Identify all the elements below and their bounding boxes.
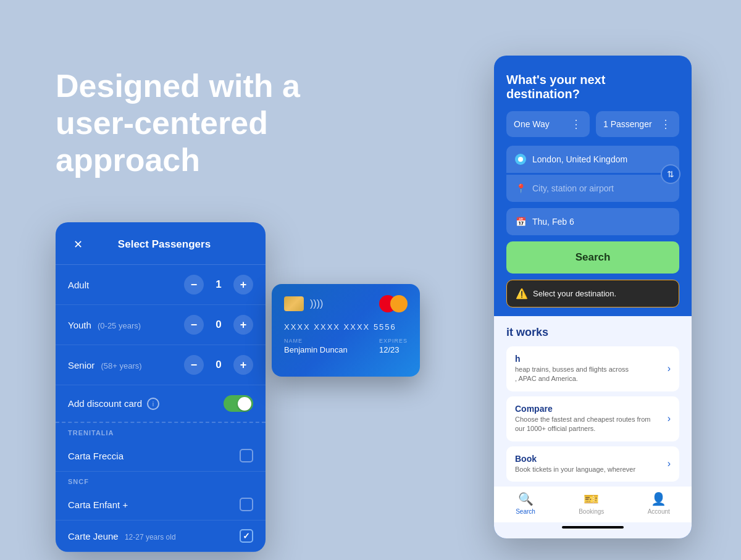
account-nav-icon: 👤 — [651, 491, 666, 506]
how-item-search-desc: heap trains, busses and flights across, … — [515, 365, 660, 384]
youth-decrement-button[interactable]: − — [184, 315, 204, 335]
passengers-header: ✕ Select Passengers — [56, 222, 266, 265]
senior-increment-button[interactable]: + — [233, 355, 253, 375]
close-button[interactable]: ✕ — [68, 235, 88, 254]
card-chip-icon — [284, 296, 304, 311]
origin-dest-wrapper: London, United Kingdom ⇅ 📍 City, station… — [506, 146, 679, 202]
how-item-compare-title: Compare — [515, 404, 660, 414]
card-holder-section: NAME Benjamin Duncan — [284, 338, 348, 354]
card-number: XXXX XXXX XXXX 5556 — [284, 322, 408, 332]
calendar-icon: 📅 — [515, 216, 526, 227]
credit-card: )))) XXXX XXXX XXXX 5556 NAME Benjamin D… — [272, 284, 420, 377]
destination-icon: 📍 — [515, 183, 526, 194]
how-item-search-title: h — [515, 354, 660, 364]
carta-freccia-row[interactable]: Carta Freccia — [56, 440, 266, 472]
trip-type-button[interactable]: One Way ⋮ — [506, 111, 590, 137]
how-item-compare[interactable]: Compare Choose the fastest and cheapest … — [506, 396, 679, 441]
adult-decrement-button[interactable]: − — [184, 275, 204, 295]
swap-button[interactable]: ⇅ — [661, 164, 680, 184]
nav-account[interactable]: 👤 Account — [648, 491, 670, 515]
how-item-search[interactable]: h heap trains, busses and flights across… — [506, 346, 679, 391]
adult-label: Adult — [68, 280, 184, 290]
senior-counter: − 0 + — [184, 355, 253, 375]
bookings-nav-icon: 🎫 — [584, 491, 599, 506]
how-item-book-title: Book — [515, 454, 660, 464]
card-contactless-icon: )))) — [310, 298, 323, 309]
mastercard-orange-circle — [390, 295, 408, 312]
passengers-menu-icon: ⋮ — [660, 117, 672, 131]
carta-freccia-label: Carta Freccia — [68, 451, 240, 461]
youth-count: 0 — [212, 319, 225, 331]
discount-info-icon[interactable]: i — [147, 398, 159, 410]
hero-section: Designed with a user-centered approach — [56, 68, 340, 178]
carte-jeune-row[interactable]: Carte Jeune 12-27 years old — [56, 520, 266, 552]
senior-label: Senior (58+ years) — [68, 360, 184, 370]
search-nav-icon: 🔍 — [518, 491, 534, 506]
warning-icon: ⚠️ — [516, 288, 528, 299]
passengers-screen-title: Select Passengers — [95, 238, 233, 251]
svg-point-0 — [518, 157, 523, 162]
warning-bar: ⚠️ Select your destination. — [506, 280, 679, 307]
sncf-section-label: SNCF — [56, 472, 266, 489]
trip-options-row: One Way ⋮ 1 Passenger ⋮ — [506, 111, 679, 137]
how-item-arrow-1: › — [668, 363, 671, 374]
passengers-button[interactable]: 1 Passenger ⋮ — [596, 111, 679, 137]
card-name-label: NAME — [284, 338, 348, 344]
search-phone-mockup: What's your next destination? One Way ⋮ … — [494, 56, 692, 538]
youth-increment-button[interactable]: + — [233, 315, 253, 335]
how-item-book[interactable]: Book Book tickets in your language, wher… — [506, 446, 679, 482]
card-bottom: NAME Benjamin Duncan EXPIRES 12/23 — [284, 338, 408, 354]
nav-bookings[interactable]: 🎫 Bookings — [579, 491, 604, 515]
origin-icon — [515, 154, 526, 165]
youth-label: Youth (0-25 years) — [68, 320, 184, 330]
how-it-works-section: it works h heap trains, busses and fligh… — [494, 316, 692, 538]
carta-enfant-checkbox[interactable] — [240, 498, 253, 511]
senior-count: 0 — [212, 359, 225, 371]
discount-label: Add discount card i — [68, 398, 224, 410]
card-top: )))) — [284, 295, 408, 312]
youth-counter: − 0 + — [184, 315, 253, 335]
nav-search[interactable]: 🔍 Search — [516, 491, 535, 515]
adult-counter: − 1 + — [184, 275, 253, 295]
card-name-value: Benjamin Duncan — [284, 345, 348, 354]
home-indicator — [562, 526, 624, 529]
discount-card-row: Add discount card i — [56, 385, 266, 423]
hero-headline: Designed with a user-centered approach — [56, 68, 340, 178]
origin-input[interactable]: London, United Kingdom — [506, 146, 679, 173]
search-button[interactable]: Search — [506, 241, 679, 274]
how-item-arrow-3: › — [668, 458, 671, 469]
how-item-compare-desc: Choose the fastest and cheapest routes f… — [515, 415, 660, 434]
how-item-arrow-2: › — [668, 413, 671, 424]
search-screen-title: What's your next destination? — [506, 73, 679, 101]
destination-input[interactable]: 📍 City, station or airport — [506, 175, 679, 202]
senior-passenger-row: Senior (58+ years) − 0 + — [56, 345, 266, 385]
card-expiry-section: EXPIRES 12/23 — [379, 338, 408, 354]
carta-enfant-row[interactable]: Carta Enfant + — [56, 489, 266, 520]
date-input[interactable]: 📅 Thu, Feb 6 — [506, 208, 679, 235]
youth-passenger-row: Youth (0-25 years) − 0 + — [56, 305, 266, 345]
senior-decrement-button[interactable]: − — [184, 355, 204, 375]
adult-passenger-row: Adult − 1 + — [56, 265, 266, 305]
passengers-phone-mockup: ✕ Select Passengers Adult − 1 + Youth (0… — [56, 222, 266, 552]
card-expiry-value: 12/23 — [379, 345, 408, 354]
carte-jeune-checkbox[interactable] — [240, 529, 253, 543]
carta-enfant-label: Carta Enfant + — [68, 499, 240, 510]
discount-toggle[interactable] — [224, 395, 253, 412]
trip-type-menu-icon: ⋮ — [571, 117, 582, 131]
carta-freccia-checkbox[interactable] — [240, 449, 253, 462]
trenitalia-section-label: TRENITALIA — [56, 423, 266, 440]
card-expiry-label: EXPIRES — [379, 338, 408, 344]
how-it-works-title: it works — [506, 326, 679, 339]
carte-jeune-label: Carte Jeune 12-27 years old — [68, 531, 240, 541]
adult-count: 1 — [212, 278, 225, 291]
how-item-book-desc: Book tickets in your language, wherever — [515, 465, 660, 474]
adult-increment-button[interactable]: + — [233, 275, 253, 295]
mastercard-logo — [379, 295, 408, 312]
bottom-nav: 🔍 Search 🎫 Bookings 👤 Account — [494, 487, 692, 522]
